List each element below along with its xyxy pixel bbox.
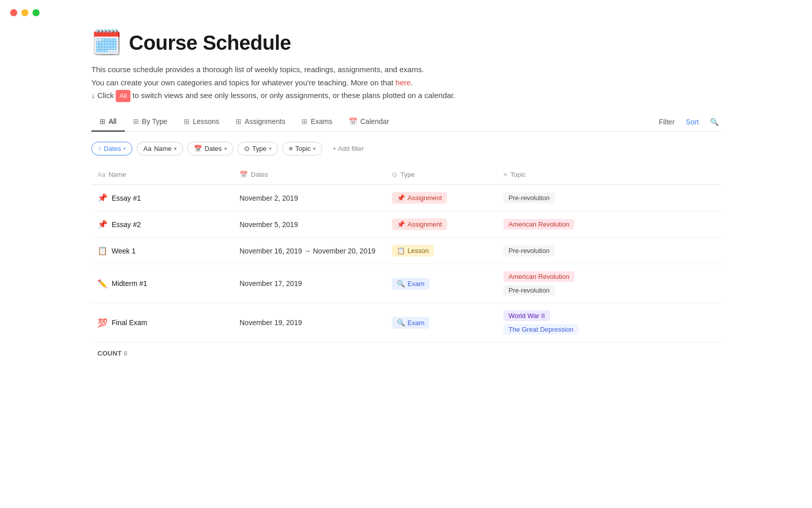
- minimize-button[interactable]: [21, 9, 28, 16]
- row-date-text: November 19, 2019: [240, 319, 302, 327]
- here-link[interactable]: here: [395, 78, 411, 87]
- row-name: 📌 Essay #1: [91, 185, 233, 211]
- row-topics: Pre-revolution: [497, 185, 721, 211]
- topic-tag: American Revolution: [503, 271, 574, 282]
- topic-tag: Pre-revolution: [503, 245, 555, 256]
- tab-exams-label: Exams: [311, 117, 332, 125]
- row-name-text: Final Exam: [112, 319, 147, 327]
- all-badge[interactable]: All: [116, 90, 130, 102]
- th-type-label: Type: [400, 171, 415, 178]
- filter-type[interactable]: ⊙ Type ▾: [238, 142, 278, 155]
- row-date: November 5, 2019: [233, 211, 386, 237]
- type-badge: 📌 Assignment: [392, 192, 447, 204]
- name-icon: Aa: [143, 145, 151, 152]
- dates-col-icon: 📅: [240, 171, 248, 178]
- filter-button[interactable]: Filter: [657, 116, 676, 128]
- tab-calendar-icon: 📅: [349, 117, 357, 125]
- table-row[interactable]: 📌 Essay #2 November 5, 2019 📌 Assignment…: [91, 211, 721, 238]
- row-name: 📋 Week 1: [91, 238, 233, 264]
- page-title: Course Schedule: [129, 31, 291, 54]
- topic-tag: The Great Depression: [503, 324, 579, 335]
- type-badge-label: Assignment: [408, 194, 442, 202]
- th-topic: ≡ Topic: [497, 168, 721, 181]
- add-filter-button[interactable]: + Add filter: [326, 142, 370, 155]
- tab-lessons[interactable]: ⊞ Lessons: [176, 112, 227, 132]
- tab-assignments[interactable]: ⊞ Assignments: [227, 112, 293, 132]
- filter-topic[interactable]: ≡ Topic ▾: [282, 142, 322, 155]
- table-row[interactable]: 📋 Week 1 November 16, 2019 → November 20…: [91, 238, 721, 264]
- desc-line2: You can create your own categories and t…: [91, 78, 393, 87]
- type-badge: 📌 Assignment: [392, 218, 447, 230]
- type-badge-icon: 🔍: [397, 280, 405, 288]
- page-header: 🗓️ Course Schedule: [91, 30, 721, 55]
- type-badge-label: Exam: [408, 319, 424, 327]
- page-container: 🗓️ Course Schedule This course schedule …: [51, 0, 761, 385]
- type-badge-icon: 📌: [397, 194, 405, 202]
- filter-dates[interactable]: 📅 Dates ▾: [187, 142, 233, 155]
- filter-type-label: Type: [252, 145, 266, 152]
- topic-icon: ≡: [289, 145, 293, 152]
- filter-name-label: Name: [154, 145, 172, 152]
- tab-by-type-label: By Type: [142, 117, 167, 125]
- tab-calendar-label: Calendar: [360, 117, 389, 125]
- tab-assignments-icon: ⊞: [235, 117, 242, 125]
- table-row[interactable]: 📌 Essay #1 November 2, 2019 📌 Assignment…: [91, 185, 721, 211]
- row-topics: Pre-revolution: [497, 238, 721, 264]
- filter-name[interactable]: Aa Name ▾: [137, 142, 183, 155]
- tab-lessons-icon: ⊞: [184, 117, 190, 125]
- row-date-text: November 17, 2019: [240, 279, 302, 288]
- type-badge-icon: 🔍: [397, 319, 405, 327]
- type-badge-icon: 📋: [397, 247, 405, 255]
- topic-col-icon: ≡: [503, 171, 507, 178]
- topic-tag: Pre-revolution: [503, 193, 555, 203]
- type-badge: 🔍 Exam: [392, 317, 429, 329]
- topic-tag: Pre-revolution: [503, 285, 555, 296]
- row-type: 🔍 Exam: [386, 303, 497, 342]
- desc-line3-prefix: ↓ Click: [91, 91, 114, 100]
- th-type: ⊙ Type: [386, 168, 497, 181]
- traffic-lights: [10, 9, 40, 16]
- topic-tag: American Revolution: [503, 219, 574, 230]
- row-icon: ✏️: [97, 279, 108, 289]
- row-icon: 📌: [97, 219, 108, 229]
- filter-dates-sort-label: Dates: [104, 145, 121, 152]
- filter-dates-sort[interactable]: ↑ Dates ▾: [91, 142, 132, 155]
- maximize-button[interactable]: [32, 9, 40, 16]
- th-name: Aa Name: [91, 168, 233, 181]
- tab-all-label: All: [109, 117, 117, 125]
- sort-asc-icon: ↑: [98, 145, 101, 152]
- th-name-label: Name: [109, 171, 126, 178]
- desc-line3-suffix: to switch views and see only lessons, or…: [132, 91, 455, 100]
- tab-by-type[interactable]: ⊞ By Type: [125, 112, 176, 132]
- filter-topic-label: Topic: [295, 145, 311, 152]
- row-type: 🔍 Exam: [386, 264, 497, 303]
- tab-by-type-icon: ⊞: [133, 117, 139, 125]
- tab-exams[interactable]: ⊞ Exams: [293, 112, 341, 132]
- row-topics: American Revolution Pre-revolution: [497, 264, 721, 303]
- row-date-text: November 5, 2019: [240, 220, 298, 229]
- type-badge: 🔍 Exam: [392, 278, 429, 290]
- row-name-text: Essay #2: [112, 220, 141, 229]
- chevron-down-icon: ▾: [269, 146, 272, 151]
- row-date: November 16, 2019 → November 20, 2019: [233, 238, 386, 264]
- sort-button[interactable]: Sort: [684, 116, 701, 128]
- th-dates-label: Dates: [251, 171, 268, 178]
- type-badge-label: Assignment: [408, 220, 442, 228]
- table-row[interactable]: ✏️ Midterm #1 November 17, 2019 🔍 Exam A…: [91, 264, 721, 303]
- tabs-right: Filter Sort 🔍: [657, 116, 721, 128]
- row-name-text: Week 1: [112, 247, 136, 255]
- tab-all-icon: ⊞: [99, 117, 106, 125]
- type-icon: ⊙: [244, 145, 250, 152]
- desc-line1: This course schedule provides a thorough…: [91, 65, 424, 74]
- search-button[interactable]: 🔍: [708, 116, 721, 128]
- table-row[interactable]: 💯 Final Exam November 19, 2019 🔍 Exam Wo…: [91, 303, 721, 342]
- tab-all[interactable]: ⊞ All: [91, 112, 125, 132]
- tab-calendar[interactable]: 📅 Calendar: [341, 112, 397, 132]
- filter-dates-label: Dates: [205, 145, 222, 152]
- row-name: ✏️ Midterm #1: [91, 264, 233, 303]
- row-icon: 📋: [97, 246, 108, 256]
- close-button[interactable]: [10, 9, 17, 16]
- row-date: November 2, 2019: [233, 185, 386, 211]
- th-topic-label: Topic: [511, 171, 526, 178]
- count-value: 8: [124, 350, 128, 357]
